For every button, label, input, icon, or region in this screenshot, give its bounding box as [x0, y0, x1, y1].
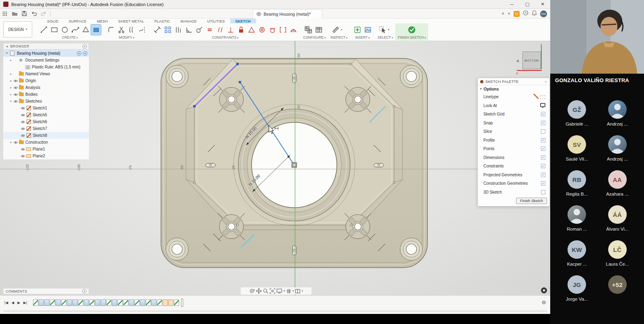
- two-point-rectangle-tool-icon[interactable]: [91, 25, 101, 35]
- feedback-fab-icon[interactable]: [541, 287, 547, 293]
- timeline-feature-icon[interactable]: [56, 299, 61, 306]
- timeline-feature-icon[interactable]: [163, 299, 168, 306]
- zoom-icon[interactable]: [263, 288, 268, 294]
- canvas-image-icon[interactable]: [363, 25, 373, 35]
- visibility-eye-icon[interactable]: [20, 120, 26, 124]
- ribbon-tab[interactable]: MANAGE: [175, 19, 202, 23]
- user-avatar[interactable]: GV: [540, 10, 547, 17]
- close-tab-icon[interactable]: [502, 11, 504, 17]
- timeline-feature-icon[interactable]: [61, 299, 66, 306]
- timeline-step-back-icon[interactable]: [10, 301, 15, 305]
- browser-tree-row[interactable]: ▸ Analysis: [3, 84, 89, 91]
- visibility-eye-icon[interactable]: [20, 113, 26, 117]
- polygon-tool-icon[interactable]: [80, 25, 91, 35]
- timeline-feature-icon[interactable]: [89, 299, 95, 306]
- browser-tree-row[interactable]: Plane1: [3, 146, 89, 153]
- expand-arrow-icon[interactable]: ▾: [9, 100, 13, 103]
- ribbon-tab[interactable]: SURFACE: [64, 19, 92, 23]
- grid-caret-icon[interactable]: ▾: [293, 289, 294, 293]
- palette-option-row[interactable]: Profile: [478, 136, 549, 145]
- browser-options-icon[interactable]: [83, 44, 87, 49]
- timeline-settings-gear-icon[interactable]: [541, 299, 546, 305]
- select-caret-icon[interactable]: ▾: [388, 28, 390, 31]
- job-status-icon[interactable]: [514, 11, 520, 17]
- maximize-button[interactable]: [520, 0, 535, 8]
- design-workspace-dropdown[interactable]: DESIGN: [3, 21, 32, 37]
- history-clock-icon[interactable]: [523, 10, 528, 17]
- configuration-icon[interactable]: [314, 25, 324, 35]
- grid-settings-icon[interactable]: [286, 289, 291, 294]
- browser-tree-row[interactable]: Sketch1: [3, 105, 89, 111]
- orbit-icon[interactable]: [249, 288, 255, 294]
- browser-tree-row[interactable]: ▸ Bodies: [3, 91, 89, 98]
- symmetry-constraint-icon[interactable]: [278, 25, 288, 35]
- expand-arrow-icon[interactable]: ▾: [5, 52, 9, 55]
- sketch-dimension-icon[interactable]: [152, 25, 162, 35]
- palette-option-row[interactable]: 3D Sketch: [478, 188, 549, 197]
- project-geometry-icon[interactable]: [173, 25, 183, 35]
- viewcube[interactable]: BOTTOM X: [516, 50, 548, 76]
- diameter-dimension-icon[interactable]: [194, 25, 204, 35]
- pan-icon[interactable]: [256, 288, 262, 294]
- collapse-arrow-icon[interactable]: [5, 45, 8, 48]
- measure-icon[interactable]: [330, 25, 341, 35]
- inspect-caret-icon[interactable]: ▾: [341, 28, 343, 31]
- timeline-feature-icon[interactable]: [67, 299, 72, 306]
- display-caret-icon[interactable]: ▾: [283, 289, 285, 293]
- angle-constraint-icon[interactable]: [184, 25, 194, 35]
- ribbon-tab[interactable]: MESH: [92, 19, 113, 23]
- expand-arrow-icon[interactable]: ▸: [9, 86, 13, 89]
- timeline-feature-icon[interactable]: [118, 299, 123, 306]
- timeline-feature-icon[interactable]: [78, 299, 83, 306]
- select-group-label[interactable]: SELECT: [378, 35, 393, 40]
- option-checkbox-unchecked[interactable]: [541, 190, 545, 194]
- participant-tile[interactable]: JG Jorge Va...: [558, 275, 596, 301]
- visibility-eye-icon[interactable]: [20, 106, 26, 110]
- expand-arrow-icon[interactable]: ▸: [9, 93, 13, 96]
- tangent-constraint-icon[interactable]: [267, 25, 277, 35]
- option-checkbox-unchecked[interactable]: [541, 129, 545, 134]
- rectangular-pattern-icon[interactable]: [163, 25, 173, 35]
- model-canvas[interactable]: -125 -100 -75 -50 -25 50 25 fx 10.00 fx …: [0, 41, 550, 295]
- expand-arrow-icon[interactable]: ▾: [9, 141, 13, 144]
- timeline-go-end-icon[interactable]: [22, 301, 28, 305]
- option-checkbox-checked[interactable]: [541, 112, 545, 116]
- offset-tool-icon[interactable]: [127, 25, 137, 35]
- concentric-constraint-icon[interactable]: [257, 25, 267, 35]
- timeline-feature-icon[interactable]: [33, 299, 38, 306]
- close-button[interactable]: [535, 0, 550, 8]
- timeline-feature-icon[interactable]: [44, 299, 50, 306]
- file-menu-icon[interactable]: [10, 9, 19, 18]
- option-checkbox-checked[interactable]: [541, 164, 545, 168]
- comments-expand-icon[interactable]: [82, 289, 87, 293]
- perpendicular-constraint-icon[interactable]: [225, 25, 235, 35]
- timeline-position-marker[interactable]: [181, 299, 183, 307]
- palette-option-row[interactable]: Points: [478, 144, 549, 153]
- viewcube-rotate-arrow-icon[interactable]: [516, 59, 519, 63]
- browser-header[interactable]: BROWSER: [3, 43, 89, 50]
- participant-tile[interactable]: ÁÁ Álvaro Vi...: [598, 205, 636, 231]
- viewcube-face[interactable]: BOTTOM: [522, 52, 541, 69]
- app-grid-icon[interactable]: [0, 9, 10, 18]
- timeline-feature-icon[interactable]: [168, 299, 173, 306]
- line-tool-icon[interactable]: [39, 25, 49, 35]
- inspect-group-label[interactable]: INSPECT: [330, 35, 347, 40]
- mirror-tool-icon[interactable]: [137, 25, 147, 35]
- browser-tree-row[interactable]: ▸ Origin: [3, 77, 89, 84]
- look-at-icon[interactable]: [540, 103, 545, 108]
- constraints-group-label[interactable]: CONSTRAINTS: [152, 35, 298, 40]
- save-icon[interactable]: [19, 9, 29, 18]
- timeline-play-icon[interactable]: [16, 301, 21, 305]
- browser-tree-row[interactable]: ▸ Named Views: [3, 70, 89, 77]
- expand-arrow-icon[interactable]: ▸: [9, 72, 13, 76]
- palette-option-row[interactable]: Linetype: [478, 93, 549, 101]
- option-checkbox-checked[interactable]: [541, 155, 545, 160]
- visibility-eye-icon[interactable]: [13, 99, 19, 103]
- browser-tree-row[interactable]: ▾ Sketches: [3, 98, 89, 105]
- create-group-label[interactable]: CREATE: [39, 35, 101, 40]
- palette-option-row[interactable]: Construction Geometries: [478, 179, 549, 188]
- timeline-feature-icon[interactable]: [101, 299, 106, 306]
- palette-option-row[interactable]: Projected Geometries: [478, 171, 549, 180]
- comments-bar[interactable]: COMMENTS: [3, 288, 89, 294]
- visibility-eye-icon[interactable]: [13, 79, 19, 83]
